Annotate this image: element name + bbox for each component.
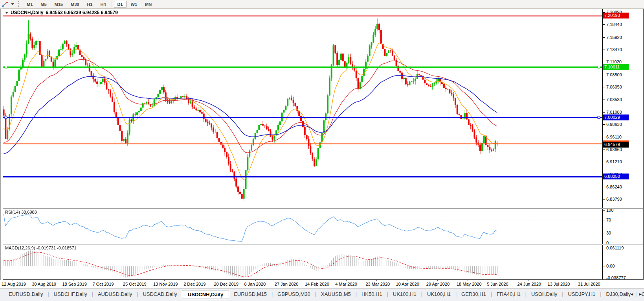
macd-tick-mark	[603, 266, 605, 266]
macd-tick-mark	[603, 248, 605, 248]
chart-tab-xauusd-m5[interactable]: XAUUSD,M5	[316, 290, 356, 298]
chart-tab-eurusd-m15[interactable]: EURUSD,M15	[229, 290, 272, 298]
timeframe-button-h4[interactable]: H4	[97, 1, 109, 8]
symbol-dropdown-icon[interactable]	[5, 12, 8, 14]
chart-tab-usdchf-daily[interactable]: USDCHF,Daily	[49, 290, 92, 298]
macd-axis-label: -0.038777	[606, 275, 626, 280]
price-tick-mark	[603, 137, 605, 137]
rsi-pane-canvas[interactable]	[3, 209, 602, 244]
rsi-tick-mark	[603, 220, 605, 220]
timeframe-toolbar: M1M5M15M30H1H4D1W1MN	[0, 0, 644, 9]
date-tick-mark	[255, 280, 256, 281]
macd-tick-mark	[603, 278, 605, 278]
date-tick-label: 20 Dec 2019	[214, 282, 238, 286]
window-left-edge[interactable]	[0, 9, 2, 288]
timeframe-button-d1[interactable]: D1	[114, 1, 127, 8]
timeframe-button-m1[interactable]: M1	[23, 1, 36, 8]
date-tick-mark	[346, 280, 347, 281]
date-tick-label: 23 Mar 2020	[365, 282, 390, 286]
price-tick-mark	[603, 50, 605, 50]
price-tick-label: 6.83790	[606, 197, 622, 201]
macd-indicator-label: MACD(12,26,9) -0.019731 -0.018571	[5, 246, 77, 250]
date-tick-mark	[498, 280, 498, 281]
date-tick-label: 7 Oct 2019	[93, 282, 114, 286]
chart-symbol-label: USDCNH,Daily	[11, 10, 43, 15]
date-tick-label: 27 Jan 2020	[275, 282, 299, 286]
timeframe-button-mn[interactable]: MN	[141, 1, 155, 8]
chart-tabs-bar: EURUSD,Daily|USDCHF,Daily|AUDUSD,Daily|U…	[0, 288, 644, 301]
price-tick-mark	[603, 24, 605, 25]
chart-tab-eurusd-daily[interactable]: EURUSD,Daily	[4, 290, 48, 298]
chevron-down-icon[interactable]	[11, 3, 14, 5]
date-tick-mark	[73, 280, 73, 281]
rsi-axis-label: 70	[606, 218, 611, 222]
time-axis[interactable]: 12 Aug 201930 Aug 201918 Sep 20197 Oct 2…	[0, 280, 644, 288]
price-tick-label: 7.18440	[606, 22, 622, 27]
date-tick-label: 12 Aug 2019	[2, 282, 26, 286]
tabs-scroll-right-icon[interactable]: ►	[638, 292, 642, 296]
price-tick-mark	[603, 150, 605, 150]
timeframe-button-w1[interactable]: W1	[127, 1, 141, 8]
chart-tab-usdjpy-h1[interactable]: USDJPY,H1	[563, 290, 600, 298]
price-tick-mark	[603, 112, 605, 113]
rsi-tick-mark	[603, 243, 605, 243]
date-tick-mark	[164, 280, 165, 281]
price-tick-label: 6.98630	[606, 122, 622, 127]
chart-tab-gbpusd-m30[interactable]: GBPUSD,M30	[273, 290, 315, 298]
date-tick-label: 24 Jun 2020	[517, 282, 541, 286]
timeframe-button-h1[interactable]: H1	[83, 1, 96, 8]
date-tick-label: 31 Jul 2020	[578, 282, 600, 286]
date-tick-mark	[376, 280, 377, 281]
price-tick-label: 6.91210	[606, 159, 622, 164]
chart-tab-usdcnh-daily[interactable]: USDCNH,Daily	[182, 290, 229, 299]
chart-tab-usdcad-daily[interactable]: USDCAD,Daily	[138, 290, 182, 298]
date-tick-label: 2 Dec 2019	[183, 282, 205, 286]
price-tick-mark	[603, 37, 605, 38]
timeframe-button-m15[interactable]: M15	[51, 1, 66, 8]
date-tick-label: 13 Nov 2019	[153, 282, 178, 286]
rsi-axis-label: 30	[606, 231, 611, 235]
price-tick-label: 6.93660	[606, 147, 622, 152]
toolbar-grip[interactable]	[18, 1, 19, 7]
date-tick-label: 5 Jun 2020	[487, 282, 508, 286]
chart-tab-fra40-h1[interactable]: FRA40,H1	[492, 290, 525, 298]
chart-title[interactable]: USDCNH,Daily 6.94553 6.95239 6.94285 6.9…	[5, 10, 118, 15]
date-tick-mark	[43, 280, 43, 281]
chart-tab-uk100-h1[interactable]: UK100,H1	[388, 290, 421, 298]
pane-separator[interactable]	[3, 208, 643, 209]
chart-tab-uk100-h1[interactable]: UK100,H1	[422, 290, 455, 298]
price-tick-mark	[603, 124, 605, 125]
chart-ohlc-values: 6.94553 6.95239 6.94285 6.94579	[46, 10, 118, 15]
date-tick-mark	[589, 280, 589, 281]
price-tick-mark	[603, 62, 605, 62]
price-tick-label: 7.03530	[606, 97, 622, 102]
macd-axis-label: 0.061119	[606, 246, 624, 250]
price-level-label: 6.94579	[603, 142, 629, 148]
date-tick-mark	[134, 280, 134, 281]
rsi-tick-mark	[603, 233, 605, 233]
tabs-scroll-left-icon[interactable]: ◄	[630, 292, 634, 296]
chart-tab-hk50-h1[interactable]: HK50,H1	[357, 290, 387, 298]
date-tick-mark	[559, 280, 559, 281]
chart-tab-usoil-daily[interactable]: USOil,Daily	[527, 290, 562, 298]
pane-separator[interactable]	[3, 244, 643, 245]
line-studies-icon[interactable]	[2, 2, 9, 7]
price-tick-label: 7.08500	[606, 72, 622, 77]
price-level-label: 7.10011	[603, 64, 629, 70]
date-tick-label: 10 Apr 2020	[396, 282, 419, 286]
price-level-label: 7.20193	[603, 13, 629, 18]
price-level-label: 6.88250	[603, 174, 629, 179]
price-chart-canvas[interactable]	[3, 9, 602, 208]
macd-pane-canvas[interactable]	[3, 245, 602, 279]
timeframe-button-m5[interactable]: M5	[37, 1, 50, 8]
chart-tab-ger30-h1[interactable]: GER30,H1	[457, 290, 491, 298]
date-tick-mark	[194, 280, 195, 281]
timeframe-button-m30[interactable]: M30	[67, 1, 83, 8]
price-tick-mark	[603, 87, 605, 87]
rsi-tick-mark	[603, 210, 605, 211]
date-tick-mark	[437, 280, 438, 281]
chart-tab-audusd-daily[interactable]: AUDUSD,Daily	[93, 290, 137, 298]
price-axis[interactable]: 7.208907.184407.159207.134707.110207.085…	[602, 9, 643, 279]
date-tick-mark	[468, 280, 468, 281]
macd-axis-label: 0.00	[606, 264, 615, 268]
